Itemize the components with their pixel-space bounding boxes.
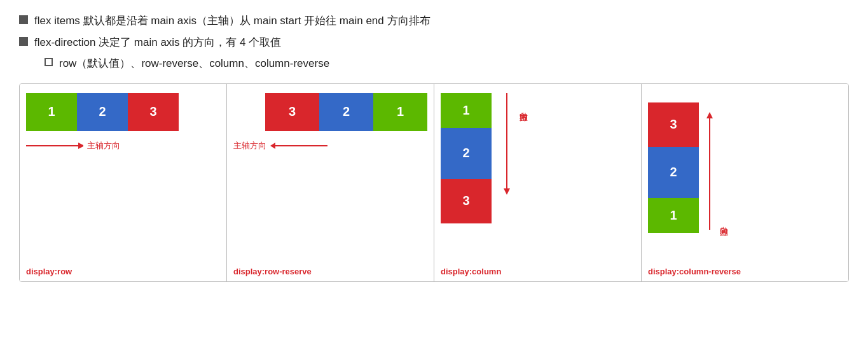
diagram-column: 1 2 3 主轴方向 display:column: [434, 84, 642, 281]
flex-boxes-col: 1 2 3: [441, 93, 492, 223]
box-col-3: 3: [441, 179, 492, 223]
box-rr-2: 2: [319, 93, 373, 131]
bullet-icon-1: [19, 15, 28, 24]
sub-bullet-icon-1: [45, 58, 53, 66]
box-rr-3: 3: [265, 93, 319, 131]
box-col-2: 2: [441, 128, 492, 179]
sub-bullet-item-1: row（默认值）、row-reverse、column、column-rever…: [45, 55, 849, 72]
bullet-text-1: flex items 默认都是沿着 main axis（主轴）从 main st…: [34, 13, 431, 29]
box-row-1: 1: [26, 93, 77, 131]
axis-label-row: 主轴方向: [87, 140, 120, 151]
bullet-icon-2: [19, 37, 28, 46]
diagrams-container: 1 2 3 主轴方向 display:row 3 2 1 主轴方向 displa…: [19, 83, 849, 282]
sub-bullet-text-1: row（默认值）、row-reverse、column、column-rever…: [59, 55, 329, 72]
bullet-item-1: flex items 默认都是沿着 main axis（主轴）从 main st…: [19, 13, 849, 29]
svg-marker-1: [78, 143, 83, 149]
arrow-left-icon: [270, 140, 327, 151]
svg-marker-5: [504, 188, 510, 195]
diagram-label-rr: display:row-reserve: [233, 267, 312, 276]
axis-row: 主轴方向: [26, 140, 220, 151]
bullet-list: flex items 默认都是沿着 main axis（主轴）从 main st…: [19, 13, 849, 72]
flex-boxes-row-reverse: 3 2 1: [233, 93, 427, 131]
box-cr-1: 1: [648, 198, 699, 233]
box-row-2: 2: [77, 93, 128, 131]
flex-boxes-row: 1 2 3: [26, 93, 220, 131]
arrow-down-icon: [501, 93, 513, 195]
box-rr-1: 1: [373, 93, 427, 131]
axis-col: 主轴方向: [501, 93, 529, 195]
bullet-item-2: flex-direction 决定了 main axis 的方向，有 4 个取值…: [19, 34, 849, 72]
box-row-3: 3: [128, 93, 179, 131]
arrow-up-icon: [704, 112, 715, 233]
svg-marker-7: [706, 112, 713, 118]
box-col-1: 1: [441, 93, 492, 128]
diagram-row: 1 2 3 主轴方向 display:row: [20, 84, 227, 281]
diagram-row-reverse: 3 2 1 主轴方向 display:row-reserve: [227, 84, 434, 281]
diagram-label-col: display:column: [441, 267, 501, 276]
axis-row-reverse: 主轴方向: [233, 140, 427, 151]
box-cr-2: 2: [648, 147, 699, 198]
diagram-column-reverse: 1 2 3 主轴方向 display:column-reverse: [642, 84, 848, 281]
flex-boxes-col-rev: 1 2 3: [648, 102, 699, 233]
diagram-label-row: display:row: [26, 267, 72, 276]
arrow-right-icon: [26, 140, 83, 151]
svg-marker-3: [270, 143, 275, 149]
diagram-label-cr: display:column-reverse: [648, 267, 741, 276]
bullet-text-2: flex-direction 决定了 main axis 的方向，有 4 个取值: [34, 34, 281, 51]
axis-label-rr: 主轴方向: [233, 140, 266, 151]
box-cr-3: 3: [648, 102, 699, 147]
